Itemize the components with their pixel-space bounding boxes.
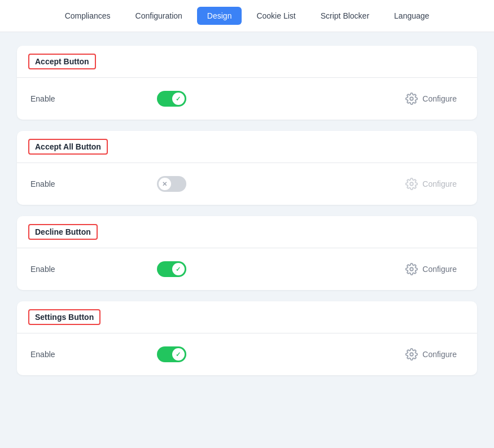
nav-item-language[interactable]: Language bbox=[384, 7, 439, 25]
decline-button-card: Decline Button Enable ✓ Configure bbox=[17, 216, 477, 290]
decline-toggle-knob: ✓ bbox=[172, 263, 185, 275]
nav-item-cookie-list[interactable]: Cookie List bbox=[246, 7, 305, 25]
accept-button-body: Enable ✓ Configure bbox=[17, 78, 477, 120]
accept-all-toggle[interactable]: ✕ bbox=[157, 176, 186, 192]
accept-all-toggle-configure: ✕ Configure bbox=[157, 174, 464, 194]
accept-gear-icon bbox=[405, 93, 418, 105]
settings-button-title: Settings Button bbox=[28, 309, 100, 325]
settings-toggle-configure: ✓ Configure bbox=[157, 345, 464, 364]
svg-point-3 bbox=[410, 353, 414, 356]
accept-toggle-knob: ✓ bbox=[172, 93, 185, 105]
decline-toggle-slider: ✓ bbox=[157, 261, 186, 277]
decline-toggle[interactable]: ✓ bbox=[157, 261, 186, 277]
svg-point-0 bbox=[410, 97, 414, 100]
decline-toggle-configure: ✓ Configure bbox=[157, 260, 464, 279]
settings-configure-text: Configure bbox=[422, 350, 457, 359]
accept-all-configure-button[interactable]: Configure bbox=[399, 174, 464, 194]
accept-toggle-slider: ✓ bbox=[157, 91, 186, 107]
accept-toggle-configure: ✓ Configure bbox=[157, 89, 464, 108]
svg-point-2 bbox=[410, 267, 414, 271]
decline-enable-label: Enable bbox=[30, 265, 55, 274]
accept-configure-text: Configure bbox=[422, 94, 457, 103]
settings-toggle-knob: ✓ bbox=[172, 348, 185, 361]
accept-all-toggle-slider: ✕ bbox=[157, 176, 186, 192]
accept-all-button-header: Accept All Button bbox=[17, 131, 477, 163]
accept-toggle[interactable]: ✓ bbox=[157, 91, 186, 107]
nav-item-compliances[interactable]: Compliances bbox=[55, 7, 121, 25]
accept-all-button-body: Enable ✕ Configure bbox=[17, 163, 477, 205]
accept-all-toggle-knob: ✕ bbox=[159, 178, 171, 190]
accept-all-button-title: Accept All Button bbox=[28, 139, 108, 155]
accept-all-enable-label: Enable bbox=[30, 179, 55, 188]
main-content: Accept Button Enable ✓ Configure bbox=[0, 32, 494, 389]
accept-configure-button[interactable]: Configure bbox=[399, 89, 464, 108]
accept-button-title: Accept Button bbox=[28, 54, 96, 69]
svg-point-1 bbox=[410, 182, 414, 186]
decline-button-title: Decline Button bbox=[28, 224, 98, 240]
accept-all-configure-text: Configure bbox=[422, 179, 457, 188]
settings-toggle-slider: ✓ bbox=[157, 346, 186, 362]
settings-configure-button[interactable]: Configure bbox=[399, 345, 464, 364]
settings-enable-label: Enable bbox=[30, 350, 55, 359]
navigation-bar: Compliances Configuration Design Cookie … bbox=[0, 0, 494, 32]
settings-button-header: Settings Button bbox=[17, 301, 477, 333]
accept-button-card: Accept Button Enable ✓ Configure bbox=[17, 46, 477, 120]
accept-all-gear-icon bbox=[405, 178, 418, 190]
decline-button-body: Enable ✓ Configure bbox=[17, 248, 477, 290]
nav-item-script-blocker[interactable]: Script Blocker bbox=[311, 7, 379, 25]
decline-configure-button[interactable]: Configure bbox=[399, 260, 464, 279]
nav-item-design[interactable]: Design bbox=[197, 7, 242, 25]
settings-toggle[interactable]: ✓ bbox=[157, 346, 186, 362]
decline-button-header: Decline Button bbox=[17, 216, 477, 248]
nav-item-configuration[interactable]: Configuration bbox=[125, 7, 193, 25]
decline-gear-icon bbox=[405, 263, 418, 275]
decline-configure-text: Configure bbox=[422, 265, 457, 274]
settings-button-body: Enable ✓ Configure bbox=[17, 333, 477, 375]
accept-button-header: Accept Button bbox=[17, 46, 477, 78]
settings-gear-icon bbox=[405, 348, 418, 361]
accept-all-button-card: Accept All Button Enable ✕ Configure bbox=[17, 131, 477, 205]
settings-button-card: Settings Button Enable ✓ Configure bbox=[17, 301, 477, 375]
accept-enable-label: Enable bbox=[30, 94, 55, 103]
